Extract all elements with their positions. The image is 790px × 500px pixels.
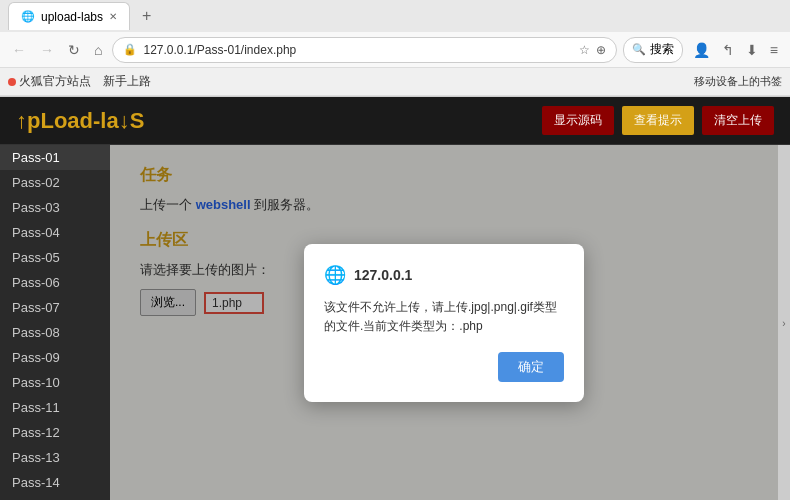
search-placeholder: 搜索 xyxy=(650,41,674,58)
new-tab-button[interactable]: + xyxy=(134,7,159,25)
dialog-header: 🌐 127.0.0.1 xyxy=(324,264,564,286)
dialog: 🌐 127.0.0.1 该文件不允许上传，请上传.jpg|.png|.gif类型… xyxy=(304,244,584,402)
sidebar-item-pass11[interactable]: Pass-11 xyxy=(0,395,110,420)
sidebar-item-pass09[interactable]: Pass-09 xyxy=(0,345,110,370)
dialog-body: 该文件不允许上传，请上传.jpg|.png|.gif类型的文件.当前文件类型为：… xyxy=(324,298,564,336)
bookmark-label: 火狐官方站点 xyxy=(19,73,91,90)
app-header: ↑pLoad-la↓S 显示源码 查看提示 清空上传 xyxy=(0,97,790,145)
tab-close-icon[interactable]: ✕ xyxy=(109,11,117,22)
logo-text: ↑pLoad-la↓S xyxy=(16,108,144,133)
sidebar-item-pass12[interactable]: Pass-12 xyxy=(0,420,110,445)
sidebar-item-pass06[interactable]: Pass-06 xyxy=(0,270,110,295)
scroll-indicator[interactable]: › xyxy=(778,145,790,500)
bookmarks-bar: 火狐官方站点 新手上路 移动设备上的书签 xyxy=(0,68,790,96)
show-hint-button[interactable]: 查看提示 xyxy=(622,106,694,135)
main-content: 任务 上传一个 webshell 到服务器。 上传区 请选择要上传的图片： 浏览… xyxy=(110,145,778,500)
sidebar: Pass-01Pass-02Pass-03Pass-04Pass-05Pass-… xyxy=(0,145,110,500)
clear-uploads-button[interactable]: 清空上传 xyxy=(702,106,774,135)
refresh-button[interactable]: ↻ xyxy=(64,40,84,60)
bookmark-icon[interactable]: ☆ xyxy=(579,43,590,57)
address-icons: ☆ ⊕ xyxy=(579,43,606,57)
sidebar-item-pass02[interactable]: Pass-02 xyxy=(0,170,110,195)
forward-button[interactable]: → xyxy=(36,40,58,60)
menu-button[interactable]: ≡ xyxy=(766,40,782,60)
extension-icon[interactable]: ⊕ xyxy=(596,43,606,57)
history-button[interactable]: ↰ xyxy=(718,40,738,60)
sidebar-item-pass03[interactable]: Pass-03 xyxy=(0,195,110,220)
bookmark-newuser-label: 新手上路 xyxy=(103,73,151,90)
tab-favicon: 🌐 xyxy=(21,10,35,23)
back-button[interactable]: ← xyxy=(8,40,30,60)
app: ↑pLoad-la↓S 显示源码 查看提示 清空上传 Pass-01Pass-0… xyxy=(0,97,790,500)
dialog-footer: 确定 xyxy=(324,352,564,382)
download-button[interactable]: ⬇ xyxy=(742,40,762,60)
dialog-ok-button[interactable]: 确定 xyxy=(498,352,564,382)
header-buttons: 显示源码 查看提示 清空上传 xyxy=(542,106,774,135)
app-logo: ↑pLoad-la↓S xyxy=(16,108,542,134)
browser-chrome: 🌐 upload-labs ✕ + ← → ↻ ⌂ 🔒 127.0.0.1/Pa… xyxy=(0,0,790,97)
browser-tab[interactable]: 🌐 upload-labs ✕ xyxy=(8,2,130,30)
bookmark-right: 移动设备上的书签 xyxy=(694,74,782,89)
search-icon: 🔍 xyxy=(632,43,646,56)
sidebar-item-pass07[interactable]: Pass-07 xyxy=(0,295,110,320)
bookmark-firefoxofficial[interactable]: 火狐官方站点 xyxy=(8,73,91,90)
sidebar-item-pass01[interactable]: Pass-01 xyxy=(0,145,110,170)
dialog-overlay: 🌐 127.0.0.1 该文件不允许上传，请上传.jpg|.png|.gif类型… xyxy=(110,145,778,500)
sidebar-item-pass10[interactable]: Pass-10 xyxy=(0,370,110,395)
bookmark-dot-icon xyxy=(8,78,16,86)
account-button[interactable]: 👤 xyxy=(689,40,714,60)
sidebar-item-pass15[interactable]: Pass-15 xyxy=(0,495,110,500)
tab-title: upload-labs xyxy=(41,10,103,24)
nav-right: 👤 ↰ ⬇ ≡ xyxy=(689,40,782,60)
sidebar-item-pass13[interactable]: Pass-13 xyxy=(0,445,110,470)
bookmark-newuser[interactable]: 新手上路 xyxy=(103,73,151,90)
search-bar[interactable]: 🔍 搜索 xyxy=(623,37,683,63)
lock-icon: 🔒 xyxy=(123,43,137,56)
sidebar-item-pass14[interactable]: Pass-14 xyxy=(0,470,110,495)
dialog-globe-icon: 🌐 xyxy=(324,264,346,286)
dialog-title: 127.0.0.1 xyxy=(354,267,412,283)
tab-bar: 🌐 upload-labs ✕ + xyxy=(0,0,790,32)
sidebar-item-pass08[interactable]: Pass-08 xyxy=(0,320,110,345)
address-bar[interactable]: 🔒 127.0.0.1/Pass-01/index.php ☆ ⊕ xyxy=(112,37,616,63)
sidebar-item-pass04[interactable]: Pass-04 xyxy=(0,220,110,245)
nav-bar: ← → ↻ ⌂ 🔒 127.0.0.1/Pass-01/index.php ☆ … xyxy=(0,32,790,68)
home-button[interactable]: ⌂ xyxy=(90,40,106,60)
address-text: 127.0.0.1/Pass-01/index.php xyxy=(143,43,572,57)
app-body: Pass-01Pass-02Pass-03Pass-04Pass-05Pass-… xyxy=(0,145,790,500)
sidebar-item-pass05[interactable]: Pass-05 xyxy=(0,245,110,270)
show-source-button[interactable]: 显示源码 xyxy=(542,106,614,135)
